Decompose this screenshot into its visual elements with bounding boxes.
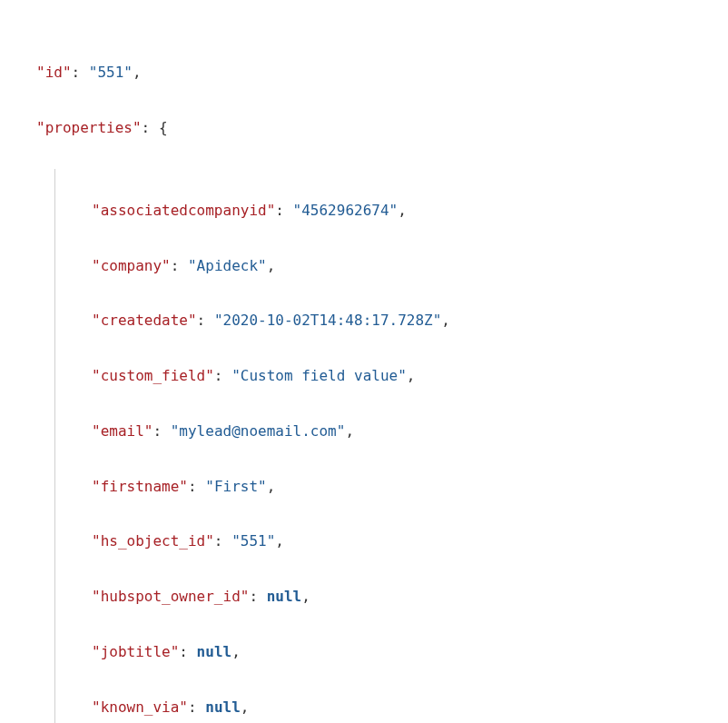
json-line-id: "id": "551", [36, 59, 710, 86]
colon: : [152, 422, 162, 440]
comma: , [301, 588, 310, 605]
json-key: "email" [92, 422, 152, 440]
colon: : [179, 643, 188, 660]
colon: : [249, 588, 258, 605]
json-null: null [197, 643, 232, 660]
json-value: "2020-10-02T14:48:17.728Z" [214, 312, 441, 329]
comma: , [407, 367, 416, 384]
comma: , [398, 202, 407, 219]
comma: , [267, 478, 276, 495]
json-line-properties-open: "properties": { [36, 114, 710, 142]
colon: : [197, 312, 206, 329]
comma: , [275, 532, 284, 550]
json-line: "createdate": "2020-10-02T14:48:17.728Z"… [92, 307, 710, 334]
json-key: "createdate" [92, 312, 197, 329]
json-line: "known_via": null, [92, 694, 710, 721]
comma: , [345, 422, 354, 440]
json-value: "First" [205, 478, 266, 495]
json-value: "Custom field value" [231, 367, 407, 384]
json-value: "4562962674" [293, 202, 398, 219]
json-line: "hubspot_owner_id": null, [92, 583, 710, 610]
json-key: "hs_object_id" [92, 532, 214, 550]
colon: : [72, 64, 81, 81]
comma: , [133, 64, 142, 81]
colon: : [214, 532, 223, 550]
json-nested-block: "associatedcompanyid": "4562962674", "co… [54, 169, 710, 723]
json-key: "associatedcompanyid" [92, 202, 275, 219]
open-brace: { [159, 119, 168, 136]
json-key: "properties" [36, 119, 142, 136]
colon: : [171, 257, 180, 274]
comma: , [267, 257, 276, 274]
comma: , [441, 312, 450, 329]
json-line: "jobtitle": null, [92, 639, 710, 666]
json-value: "mylead@noemail.com" [171, 422, 346, 440]
json-line: "hs_object_id": "551", [92, 528, 710, 555]
json-line: "email": "mylead@noemail.com", [92, 418, 710, 445]
colon: : [275, 202, 284, 219]
json-line: "company": "Apideck", [92, 253, 710, 280]
json-key: "jobtitle" [92, 643, 179, 660]
json-value: "551" [231, 532, 275, 550]
json-line: "associatedcompanyid": "4562962674", [92, 197, 710, 224]
colon: : [188, 478, 197, 495]
comma: , [231, 643, 241, 660]
comma: , [241, 698, 250, 716]
json-value: "551" [89, 64, 133, 81]
json-code-block: "id": "551", "properties": { "associated… [0, 0, 728, 723]
json-line: "custom_field": "Custom field value", [92, 362, 710, 390]
json-line: "firstname": "First", [92, 473, 710, 500]
json-null: null [267, 588, 302, 605]
colon: : [142, 119, 151, 136]
json-key: "id" [36, 64, 72, 81]
json-key: "known_via" [92, 698, 188, 716]
json-key: "firstname" [92, 478, 188, 495]
colon: : [214, 367, 223, 384]
colon: : [188, 698, 197, 716]
json-value: "Apideck" [188, 257, 267, 274]
json-key: "company" [92, 257, 171, 274]
json-key: "custom_field" [92, 367, 214, 384]
json-null: null [205, 698, 241, 716]
json-key: "hubspot_owner_id" [92, 588, 249, 605]
